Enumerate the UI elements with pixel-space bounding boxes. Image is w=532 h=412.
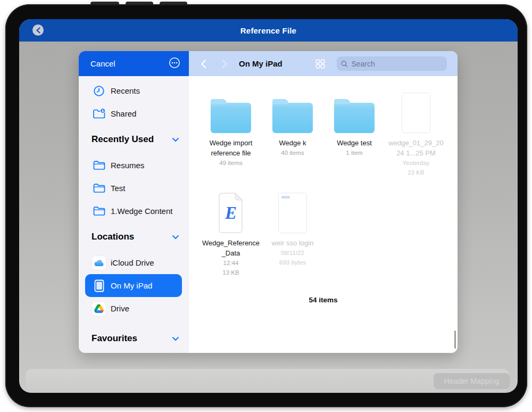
document-icon (278, 193, 307, 233)
file-meta: 08/11/22 (281, 248, 304, 258)
nav-forward-icon[interactable] (221, 59, 228, 69)
nav-back-icon[interactable] (200, 59, 207, 69)
sidebar-item-shared[interactable]: Shared (85, 102, 182, 125)
section-title: Favourites (92, 333, 137, 344)
file-name: Wedge import reference file (202, 138, 260, 158)
icloud-drive-icon (90, 256, 107, 270)
file-item-wedge-pdf: wedge_01_29_2024 1...25 PM Yesterday 22 … (385, 92, 447, 192)
file-meta: 22 KB (408, 168, 424, 177)
file-meta: 12:44 (223, 258, 239, 268)
file-browser-main: On My iPad (189, 51, 458, 353)
ipad-bezel: Reference File Cancel (5, 4, 527, 407)
app-navbar: Reference File (19, 19, 518, 42)
section-locations[interactable]: Locations (79, 223, 189, 251)
svg-text:E: E (225, 203, 237, 223)
file-name: Wedge test (337, 138, 372, 148)
file-item-wedge-import[interactable]: Wedge import reference file 49 items (200, 92, 262, 192)
sidebar-item-wedge-content[interactable]: 1.Wedge Content (85, 200, 182, 223)
sidebar-item-icloud-drive[interactable]: iCloud Drive (85, 251, 182, 274)
sidebar-item-label: Resumes (111, 161, 144, 170)
file-item-wedge-reference-data[interactable]: E Wedge_Reference_Data 12:44 13 KB (200, 192, 262, 292)
browser-toolbar: On My iPad (189, 51, 458, 76)
back-button[interactable] (32, 24, 44, 36)
clock-icon (90, 85, 107, 97)
sidebar-item-label: iCloud Drive (111, 258, 154, 267)
header-mapping-button[interactable]: Header Mapping (434, 373, 510, 389)
sidebar-item-recents[interactable]: Recents (85, 79, 182, 102)
file-name: weir sso login (272, 238, 314, 248)
sidebar: Cancel (79, 51, 189, 353)
search-field[interactable] (337, 56, 447, 71)
sidebar-item-resumes[interactable]: Resumes (85, 154, 182, 177)
folder-icon (211, 103, 251, 133)
file-meta: 40 items (281, 148, 304, 158)
file-name: Wedge_Reference_Data (202, 238, 260, 258)
section-title: Recently Used (92, 134, 154, 145)
sidebar-item-label: On My iPad (111, 281, 152, 290)
chevron-down-icon (172, 137, 179, 142)
shared-folder-icon (90, 108, 107, 119)
google-drive-icon (90, 302, 107, 316)
sidebar-item-label: Recents (111, 86, 140, 95)
sidebar-item-drive[interactable]: Drive (85, 297, 182, 320)
file-meta: 1 item (346, 148, 362, 158)
search-icon (341, 60, 347, 68)
sidebar-item-label: Shared (111, 109, 136, 118)
sidebar-list: Recents Shared (79, 76, 189, 353)
file-meta: Yesterday (403, 158, 430, 168)
sidebar-item-label: Test (111, 184, 126, 193)
file-picker-sheet: Cancel (79, 51, 458, 353)
file-name: wedge_01_29_2024 1...25 PM (387, 138, 445, 158)
search-input[interactable] (350, 59, 443, 69)
folder-icon (272, 103, 313, 133)
document-icon (402, 93, 430, 133)
file-meta: 49 items (219, 158, 242, 168)
file-item-wedge-k[interactable]: Wedge k 40 items (262, 92, 323, 192)
page: Reference File Cancel (0, 0, 532, 412)
ellipsis-circle-icon[interactable] (169, 57, 180, 71)
sidebar-item-label: Drive (111, 304, 129, 313)
chevron-down-icon (172, 336, 179, 341)
screen: Reference File Cancel (19, 19, 518, 393)
sidebar-item-label: 1.Wedge Content (111, 207, 172, 216)
file-grid: Wedge import reference file 49 items Wed… (189, 76, 458, 292)
section-favourites[interactable]: Favourites (79, 324, 189, 353)
chevron-down-icon (172, 235, 179, 240)
cancel-button[interactable]: Cancel (90, 59, 115, 68)
sidebar-header: Cancel (79, 51, 189, 76)
scrollbar[interactable] (454, 331, 456, 349)
sidebar-item-on-my-ipad[interactable]: On My iPad (85, 274, 182, 297)
folder-icon (334, 103, 375, 133)
underlying-app-toolbar: Header Mapping (26, 369, 510, 392)
excel-document-icon: E (217, 193, 245, 233)
file-meta: 693 bytes (279, 258, 306, 267)
folder-icon (90, 160, 107, 170)
page-title: Reference File (240, 26, 296, 35)
section-recently-used[interactable]: Recently Used (79, 125, 189, 154)
file-meta: 13 KB (222, 268, 239, 277)
grid-view-icon[interactable] (315, 59, 325, 69)
chevron-left-icon (36, 27, 41, 34)
items-count: 54 items (189, 296, 458, 304)
file-name: Wedge k (279, 138, 306, 148)
ipad-icon (90, 279, 107, 292)
file-item-weir-sso-login: weir sso login 08/11/22 693 bytes (262, 192, 323, 292)
section-title: Locations (92, 232, 134, 242)
folder-icon (90, 206, 107, 216)
folder-icon (90, 183, 107, 193)
sidebar-item-test[interactable]: Test (85, 177, 182, 200)
file-item-wedge-test[interactable]: Wedge test 1 item (323, 92, 385, 192)
location-title: On My iPad (239, 59, 282, 68)
